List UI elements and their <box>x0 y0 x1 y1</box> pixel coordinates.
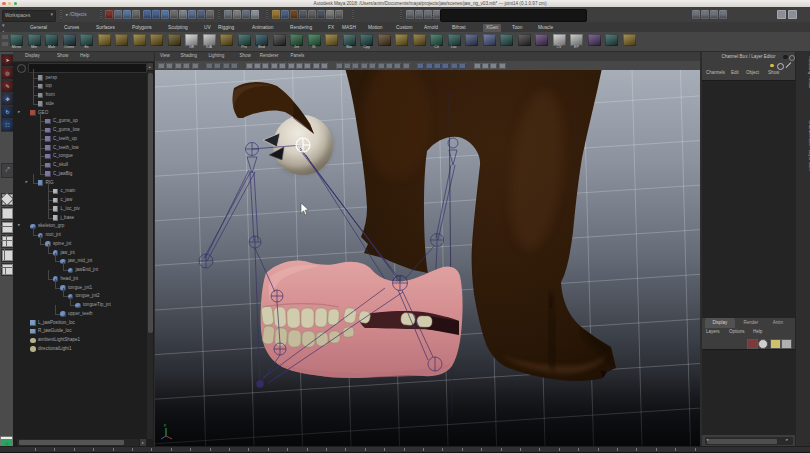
svg-text:y: y <box>164 422 166 427</box>
